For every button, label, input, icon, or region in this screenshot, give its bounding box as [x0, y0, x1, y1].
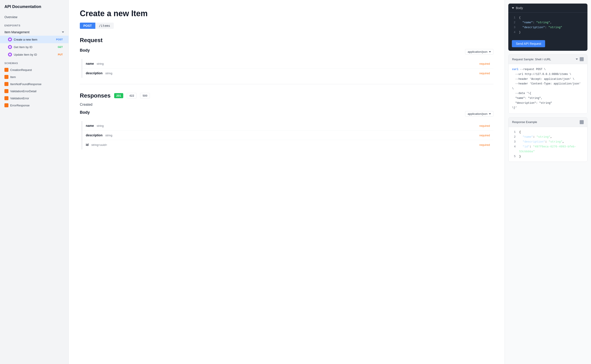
body-code-block: 1 { 2 "name": "string", 3 "description":… — [508, 13, 587, 38]
resp-code-line-1: 1 { — [512, 130, 584, 135]
code-line-2: 2 "name": "string", — [512, 20, 584, 25]
responses-title: Responses — [80, 92, 111, 99]
resp-field-name: name — [86, 124, 94, 127]
page-title: Create a new Item — [80, 9, 494, 18]
chevron-down-icon — [489, 51, 491, 52]
curl-line-3: --header 'Accept: application/json' \ — [512, 77, 584, 82]
resp-field-desc-row: description string required — [82, 130, 494, 140]
resp-code-line-4: 4 "id": "497f6eca-6276-4993-bfeb-53cbbbb… — [512, 144, 584, 154]
chevron-down-icon-3 — [576, 58, 578, 60]
response-example-header[interactable]: Response Example — [508, 117, 587, 127]
chevron-down-icon — [62, 32, 64, 33]
sidebar-item-put-left: Update Item by ID — [8, 52, 37, 57]
post-badge: POST — [55, 38, 64, 41]
field-desc-label: description — [86, 72, 102, 75]
resp-field-id-left: id string<uuid> — [86, 143, 107, 147]
sidebar-item-put[interactable]: Update Item by ID PUT — [0, 51, 69, 58]
response-status-text: Created — [80, 103, 494, 107]
sidebar-create-label: Create a new Item — [14, 38, 37, 41]
response-example-panel: Response Example 1 { 2 "name": "string",… — [508, 117, 587, 162]
schema-icon-errresp — [4, 103, 8, 107]
response-422-badge[interactable]: 422 — [127, 93, 136, 98]
field-name-label: name — [86, 62, 94, 65]
resp-field-id-row: id string<uuid> required — [82, 140, 494, 150]
response-code-block: 1 { 2 "name": "string", 3 "description":… — [508, 127, 587, 162]
response-field-list: name string required description string … — [82, 121, 494, 150]
resp-field-desc-req: required — [479, 134, 490, 137]
field-desc-required: required — [479, 72, 490, 75]
curl-line-5: --data '\{ — [512, 91, 584, 96]
body-panel-header: Body — [508, 4, 587, 13]
request-field-list: name string required description string … — [82, 59, 494, 78]
schema-item-label: Item — [10, 75, 16, 79]
curl-line-1: curl --request POST \ — [512, 67, 584, 72]
request-section-title: Request — [80, 37, 494, 44]
sidebar-item-create[interactable]: Create a new Item POST — [0, 36, 69, 43]
schema-icon-item — [4, 75, 8, 79]
body-label: Body — [80, 48, 90, 53]
request-sample-header[interactable]: Request Sample: Shell / cURL — [508, 55, 587, 64]
resp-field-desc-type: string — [105, 134, 112, 137]
body-header: Body application/json — [80, 48, 494, 55]
put-badge: PUT — [57, 53, 64, 56]
body-panel-title: Body — [516, 6, 523, 10]
resp-field-id-req: required — [479, 143, 490, 147]
endpoint-icon-get — [8, 45, 12, 49]
resp-field-id: id — [86, 143, 88, 147]
field-description-row: description string required — [82, 69, 494, 78]
curl-line-6: "name": "string", — [512, 96, 584, 101]
field-name-row: name string required — [82, 59, 494, 69]
main-content: Create a new Item POST /items Request Bo… — [69, 0, 505, 364]
response-500-badge[interactable]: 500 — [140, 93, 150, 98]
sidebar-put-label: Update Item by ID — [14, 53, 37, 56]
resp-field-name-req: required — [479, 124, 490, 127]
resp-field-desc-left: description string — [86, 133, 112, 137]
curl-line-4: --header 'Content-Type: application/json… — [512, 82, 584, 91]
get-badge: GET — [56, 45, 64, 49]
response-201-badge[interactable]: 201 — [114, 93, 123, 98]
content-type-select[interactable]: application/json — [465, 49, 494, 55]
copy-icon[interactable] — [580, 57, 584, 61]
schema-creation-label: CreationRequest — [10, 68, 32, 72]
copy-icon-resp[interactable] — [580, 120, 584, 124]
endpoint-badge-row: POST /items — [80, 23, 494, 29]
schema-valerror-label: ValidationError — [10, 97, 29, 100]
triangle-icon — [512, 7, 514, 9]
field-name-left: name string — [86, 62, 104, 66]
endpoint-path: /items — [95, 23, 114, 29]
curl-block: curl --request POST \ --url http://127.0… — [508, 64, 587, 113]
field-desc-type: string — [105, 72, 112, 75]
curl-line-7: "description": "string" — [512, 101, 584, 106]
schema-item-not-found[interactable]: ItemNotFoundResponse — [0, 80, 69, 88]
sidebar-overview[interactable]: Overview — [0, 13, 69, 21]
item-management-group[interactable]: Item Management — [0, 29, 69, 36]
sidebar-item-get[interactable]: Get Item by ID GET — [0, 43, 69, 51]
item-management-label: Item Management — [4, 30, 29, 34]
schema-validation-error[interactable]: ValidationError — [0, 95, 69, 102]
code-line-4: 4 } — [512, 30, 584, 35]
field-name-type: string — [97, 62, 104, 65]
schema-icon-notfound — [4, 82, 8, 86]
resp-field-name-type: string — [97, 124, 104, 127]
resp-code-line-5: 5 } — [512, 154, 584, 159]
schema-icon-valerrordetail — [4, 89, 8, 93]
responses-header: Responses 201 422 500 — [80, 92, 494, 99]
code-line-3: 3 "description": "string" — [512, 25, 584, 30]
request-sample-panel: Request Sample: Shell / cURL curl --requ… — [508, 54, 587, 113]
schema-error-response[interactable]: ErrorResponse — [0, 102, 69, 109]
right-panel: Body 1 { 2 "name": "string", 3 "descript… — [505, 0, 591, 364]
schema-creation-request[interactable]: CreationRequest — [0, 66, 69, 73]
schema-validation-error-detail[interactable]: ValidationErrorDetail — [0, 88, 69, 95]
resp-field-id-type: string<uuid> — [91, 143, 107, 147]
response-body-header: Body application/json — [80, 110, 494, 117]
resp-code-line-3: 3 "description": "string", — [512, 139, 584, 144]
panel-header-right — [576, 57, 584, 61]
resp-code-line-2: 2 "name": "string", — [512, 135, 584, 139]
method-badge: POST — [80, 23, 95, 29]
endpoints-section-label: ENDPOINTS — [0, 21, 69, 29]
response-content-type-select[interactable]: application/json — [465, 111, 494, 117]
responses-section: Responses 201 422 500 Created Body appli… — [80, 92, 494, 150]
send-api-request-button[interactable]: Send API Request — [512, 40, 545, 47]
response-content-type-text: application/json — [468, 112, 487, 116]
schema-item[interactable]: Item — [0, 73, 69, 80]
